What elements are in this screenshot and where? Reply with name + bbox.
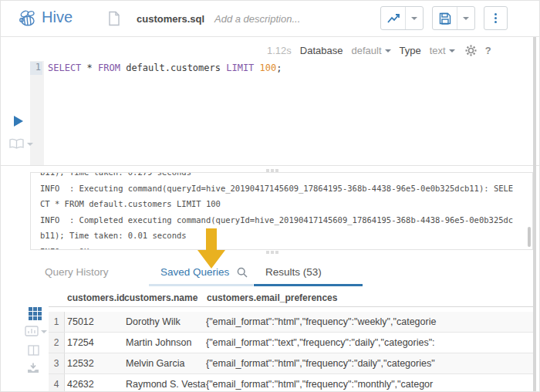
- save-button[interactable]: [433, 7, 457, 29]
- database-value: default: [351, 45, 381, 56]
- log-line: INFO : Completed executing command(query…: [40, 212, 532, 228]
- cell-customers-name[interactable]: Martin Johnson: [126, 337, 206, 348]
- database-select[interactable]: default: [351, 45, 390, 56]
- columns-view-icon[interactable]: [28, 345, 39, 356]
- saved-queries-underline: [149, 284, 253, 286]
- elapsed-time: 1.12s: [267, 45, 292, 56]
- hue-hive-editor: Hive customers.sql Add a description...: [0, 0, 540, 392]
- resize-handle[interactable]: [266, 251, 278, 254]
- chevron-down-icon: [449, 49, 455, 52]
- query-log-panel: b11); Time taken: 0.279 seconds INFO : E…: [30, 172, 533, 250]
- type-select[interactable]: text: [430, 45, 455, 56]
- chart-button-group: [380, 6, 424, 30]
- type-value: text: [430, 45, 446, 56]
- cell-customers-id[interactable]: 17254: [65, 337, 126, 348]
- pane-divider: [1, 165, 539, 166]
- log-line: CT * FROM default.customers LIMIT 100: [40, 196, 532, 212]
- editor-gutter: [30, 61, 44, 165]
- search-icon[interactable]: [237, 267, 248, 278]
- page-scrollbar[interactable]: [533, 37, 536, 392]
- column-header[interactable]: customers.id: [67, 292, 125, 303]
- row-number: 2: [49, 333, 65, 353]
- sql-semicolon: ;: [276, 63, 282, 73]
- tab-saved-queries[interactable]: Saved Queries: [160, 266, 229, 278]
- row-number: 4: [49, 374, 65, 392]
- cell-customers-id[interactable]: 75012: [65, 316, 126, 327]
- description-placeholder[interactable]: Add a description...: [214, 13, 300, 25]
- type-label: Type: [400, 45, 421, 56]
- cell-customers-name[interactable]: Raymond S. Vestal: [126, 379, 206, 390]
- save-dropdown-button[interactable]: [457, 7, 474, 29]
- row-number: 3: [49, 353, 65, 373]
- chevron-down-icon[interactable]: [27, 143, 33, 146]
- execute-query-button[interactable]: [14, 116, 23, 127]
- sql-identifier: default.customers: [126, 63, 226, 73]
- database-label: Database: [300, 45, 343, 56]
- chart-view-icon[interactable]: [25, 326, 39, 336]
- cell-customers-name[interactable]: Melvin Garcia: [126, 358, 206, 369]
- cell-customers-id[interactable]: 42632: [65, 379, 126, 390]
- assist-book-icon[interactable]: [8, 138, 25, 150]
- table-row[interactable]: 4 42632 Raymond S. Vestal {"email_format…: [49, 374, 533, 392]
- results-active-underline: [254, 284, 363, 286]
- table-row[interactable]: 1 75012 Dorothy Wilk {"email_format":"ht…: [49, 312, 533, 333]
- cell-customers-id[interactable]: 12532: [65, 358, 126, 369]
- sql-number: 100: [260, 63, 277, 73]
- chevron-down-icon: [463, 17, 469, 20]
- log-scrollbar-thumb[interactable]: [528, 227, 531, 247]
- table-row[interactable]: 3 12532 Melvin Garcia {"email_format":"h…: [49, 353, 533, 374]
- document-icon: [108, 11, 120, 26]
- row-number: 1: [49, 312, 65, 332]
- log-text: b11); Time taken: 0.279 seconds INFO : E…: [31, 172, 532, 250]
- log-line: INFO : OK: [40, 244, 532, 251]
- download-icon[interactable]: [27, 363, 39, 373]
- log-line: INFO : Executing command(queryId=hive_20…: [40, 181, 532, 197]
- table-header-border: [49, 306, 533, 307]
- chevron-down-icon[interactable]: [41, 330, 47, 333]
- top-bar: Hive customers.sql Add a description...: [1, 1, 539, 37]
- annotation-arrow-shaft: [206, 228, 217, 250]
- sql-keyword: FROM: [98, 63, 126, 73]
- log-line: b11); Time taken: 0.279 seconds: [40, 172, 532, 181]
- tab-query-history[interactable]: Query History: [45, 266, 109, 278]
- query-file-name[interactable]: customers.sql: [137, 13, 204, 25]
- save-button-group: [432, 6, 475, 30]
- chart-dropdown-button[interactable]: [406, 7, 423, 29]
- column-header[interactable]: customers.email_preferences: [207, 292, 337, 303]
- kebab-dot: [494, 17, 497, 19]
- cell-customers-email-preferences[interactable]: {"email_format":"text","frequency":"dail…: [206, 337, 533, 348]
- sql-keyword: LIMIT: [226, 63, 259, 73]
- log-line: b11); Time taken: 0.01 seconds: [40, 228, 532, 244]
- cell-customers-name[interactable]: Dorothy Wilk: [126, 316, 206, 327]
- cell-customers-email-preferences[interactable]: {"email_format":"html","frequency":"week…: [206, 316, 533, 327]
- help-button[interactable]: ?: [485, 45, 491, 56]
- sql-operator: *: [87, 63, 98, 73]
- line-number: 1: [30, 62, 42, 75]
- sql-keyword: SELECT: [48, 63, 87, 73]
- chart-button[interactable]: [381, 7, 406, 29]
- cell-customers-email-preferences[interactable]: {"email_format":"html","frequency":"dail…: [206, 358, 533, 369]
- table-header-row: customers.id customers.name customers.em…: [49, 288, 533, 306]
- kebab-dot: [494, 21, 497, 23]
- editor-status-row: 1.12s Database default Type text ?: [267, 45, 491, 56]
- more-actions-button[interactable]: [484, 6, 508, 30]
- grid-view-icon[interactable]: [29, 307, 42, 320]
- settings-gear-icon[interactable]: [465, 45, 477, 56]
- tab-results[interactable]: Results (53): [265, 266, 322, 278]
- cell-customers-email-preferences[interactable]: {"email_format":"html","frequency":"mont…: [206, 379, 533, 390]
- kebab-dot: [494, 13, 497, 15]
- sql-code-line[interactable]: SELECT * FROM default.customers LIMIT 10…: [48, 63, 282, 73]
- chevron-down-icon: [385, 49, 391, 52]
- hive-bee-logo-icon: [18, 8, 39, 29]
- table-row[interactable]: 2 17254 Martin Johnson {"email_format":"…: [49, 333, 533, 353]
- app-title: Hive: [42, 8, 73, 26]
- chevron-down-icon: [411, 17, 417, 20]
- column-header[interactable]: customers.name: [124, 292, 197, 303]
